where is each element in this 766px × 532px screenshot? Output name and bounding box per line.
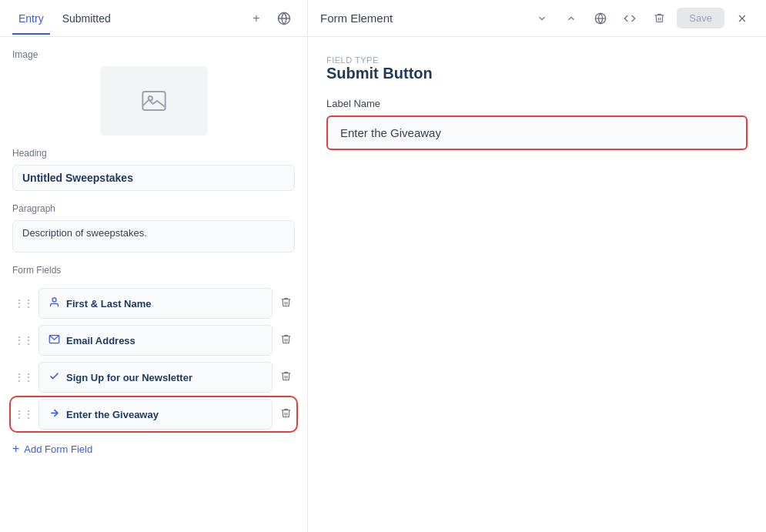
delete-icon-button[interactable]	[647, 7, 671, 30]
field-label-first-last: First & Last Name	[66, 298, 152, 309]
close-button[interactable]	[731, 7, 754, 30]
right-content: Field Type Submit Button Label Name Ente…	[308, 37, 766, 169]
svg-point-4	[52, 298, 56, 302]
field-label-email: Email Address	[66, 335, 135, 346]
save-button[interactable]: Save	[677, 8, 724, 28]
heading-section: Heading	[12, 148, 295, 191]
heading-input[interactable]	[12, 165, 295, 191]
check-icon	[49, 370, 60, 384]
settings-icon-button[interactable]	[273, 8, 295, 29]
paragraph-section: Paragraph Description of sweepstakes.	[12, 203, 295, 253]
arrow-icon	[49, 407, 60, 421]
left-content: Image Heading Paragraph Description of s…	[0, 37, 307, 471]
left-panel: Entry Submitted + Image	[0, 0, 308, 532]
drag-handle-newsletter[interactable]: ⋮⋮	[12, 371, 34, 383]
image-upload-area[interactable]	[100, 66, 208, 136]
person-icon	[49, 296, 60, 310]
right-header: Form Element	[308, 0, 766, 37]
tab-actions: +	[246, 8, 295, 29]
field-label-newsletter: Sign Up for our Newsletter	[66, 372, 192, 383]
image-section: Image	[12, 49, 295, 136]
right-panel: Form Element	[308, 0, 766, 532]
image-icon	[142, 90, 166, 112]
form-fields-section: Form Fields ⋮⋮ First & Last Name	[12, 265, 295, 459]
drag-handle-email[interactable]: ⋮⋮	[12, 334, 34, 346]
code-icon-button[interactable]	[618, 7, 641, 30]
image-label: Image	[12, 49, 295, 60]
plus-icon: +	[12, 442, 19, 456]
add-tab-button[interactable]: +	[246, 8, 267, 29]
tab-entry[interactable]: Entry	[12, 3, 50, 34]
paragraph-input[interactable]: Description of sweepstakes.	[12, 220, 295, 253]
paragraph-label: Paragraph	[12, 203, 295, 214]
globe-icon-button[interactable]	[589, 7, 612, 30]
add-form-field-button[interactable]: + Add Form Field	[12, 439, 295, 459]
field-row-first-last: ⋮⋮ First & Last Name	[12, 288, 295, 319]
delete-newsletter-button[interactable]	[277, 367, 295, 387]
field-item-newsletter[interactable]: Sign Up for our Newsletter	[38, 362, 273, 393]
tab-submitted[interactable]: Submitted	[56, 3, 117, 34]
field-label-giveaway: Enter the Giveaway	[66, 409, 159, 420]
field-item-email[interactable]: Email Address	[38, 325, 273, 356]
label-name-input-wrapper[interactable]: Enter the Giveaway	[326, 115, 748, 150]
email-icon	[49, 333, 60, 347]
field-row-email: ⋮⋮ Email Address	[12, 325, 295, 356]
tabs-bar: Entry Submitted +	[0, 0, 307, 37]
heading-label: Heading	[12, 148, 295, 159]
field-type-section: Field Type Submit Button	[326, 55, 748, 82]
label-name-label: Label Name	[326, 98, 748, 109]
label-name-section: Label Name Enter the Giveaway	[326, 98, 748, 150]
chevron-up-button[interactable]	[560, 7, 583, 30]
drag-handle-first-last[interactable]: ⋮⋮	[12, 297, 34, 309]
delete-first-last-button[interactable]	[277, 293, 295, 313]
field-type-label: Field Type	[326, 55, 748, 65]
delete-giveaway-button[interactable]	[277, 404, 295, 424]
field-item-first-last[interactable]: First & Last Name	[38, 288, 273, 319]
field-row-giveaway: ⋮⋮ Enter the Giveaway	[12, 399, 295, 430]
panel-title: Form Element	[320, 12, 524, 25]
drag-handle-giveaway[interactable]: ⋮⋮	[12, 408, 34, 420]
form-fields-label: Form Fields	[12, 265, 295, 276]
field-type-value: Submit Button	[326, 65, 748, 82]
delete-email-button[interactable]	[277, 330, 295, 350]
label-name-text: Enter the Giveaway	[340, 126, 734, 139]
chevron-down-button[interactable]	[530, 7, 554, 30]
field-item-giveaway[interactable]: Enter the Giveaway	[38, 399, 273, 430]
field-row-newsletter: ⋮⋮ Sign Up for our Newsletter	[12, 362, 295, 393]
svg-rect-2	[142, 92, 165, 110]
